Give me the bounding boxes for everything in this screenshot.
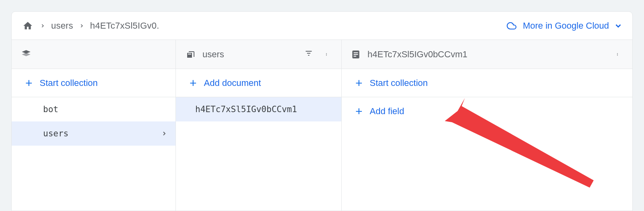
svg-rect-10 [354,52,358,53]
svg-point-6 [326,53,327,54]
cloud-icon [505,21,518,31]
plus-icon: + [25,77,33,89]
start-subcollection-button[interactable]: + Start collection [342,69,632,97]
svg-rect-11 [354,54,358,54]
document-id: h4ETc7xSl5IGv0bCCvm1 [195,104,297,114]
document-item[interactable]: h4ETc7xSl5IGv0bCCvm1 [176,97,341,121]
chevron-right-icon [161,130,167,137]
plus-icon: + [355,105,363,117]
add-field-button[interactable]: + Add field [342,97,632,125]
start-collection-button[interactable]: + Start collection [12,69,175,97]
more-in-google-cloud-link[interactable]: More in Google Cloud [505,21,623,31]
breadcrumb: users h4ETc7xSl5IGv0. [21,20,159,31]
svg-rect-2 [188,54,191,54]
chevron-down-icon [614,21,623,30]
collection-icon [185,50,196,59]
svg-point-14 [617,54,618,55]
action-label: Start collection [40,78,98,88]
columns: + Start collection bot users [12,40,632,211]
svg-point-13 [617,53,618,54]
document-column: h4ETc7xSl5IGv0bCCvm1 + Start collection … [342,40,632,211]
root-column-header [12,40,175,69]
action-label: Start collection [370,78,428,88]
svg-marker-1 [22,52,31,56]
chevron-right-icon [37,21,48,31]
document-column-header: h4ETc7xSl5IGv0bCCvm1 [342,40,632,69]
svg-point-7 [326,54,327,55]
filter-icon[interactable] [303,49,314,60]
root-column: + Start collection bot users [12,40,176,211]
home-icon[interactable] [21,20,34,31]
collection-column: users + Add document h4ETc7xSl5IGv0bCCvm… [176,40,342,211]
document-icon [351,49,361,60]
collection-name: bot [43,104,58,114]
collections-list: bot users [12,97,175,146]
database-root-icon [21,49,32,60]
firestore-panel: users h4ETc7xSl5IGv0. More in Google Clo… [11,11,633,211]
breadcrumb-item[interactable]: users [51,21,73,31]
plus-icon: + [355,77,363,89]
svg-rect-12 [354,56,357,56]
collection-item[interactable]: users [12,121,175,146]
topbar: users h4ETc7xSl5IGv0. More in Google Clo… [12,12,632,40]
breadcrumb-item[interactable]: h4ETc7xSl5IGv0. [90,21,159,31]
document-title: h4ETc7xSl5IGv0bCCvm1 [367,49,467,60]
collection-title: users [202,49,224,60]
svg-point-8 [326,55,327,56]
kebab-menu-icon[interactable] [611,50,623,59]
svg-point-15 [617,55,618,56]
documents-list: h4ETc7xSl5IGv0bCCvm1 [176,97,341,121]
plus-icon: + [190,77,197,89]
action-label: Add document [204,78,261,88]
action-label: Add field [370,106,405,117]
collection-column-header: users [176,40,341,69]
chevron-right-icon [76,21,87,31]
collection-item[interactable]: bot [12,97,175,121]
collection-name: users [43,129,68,138]
add-document-button[interactable]: + Add document [176,69,341,97]
kebab-menu-icon[interactable] [320,50,332,59]
cloud-link-label: More in Google Cloud [523,21,609,31]
